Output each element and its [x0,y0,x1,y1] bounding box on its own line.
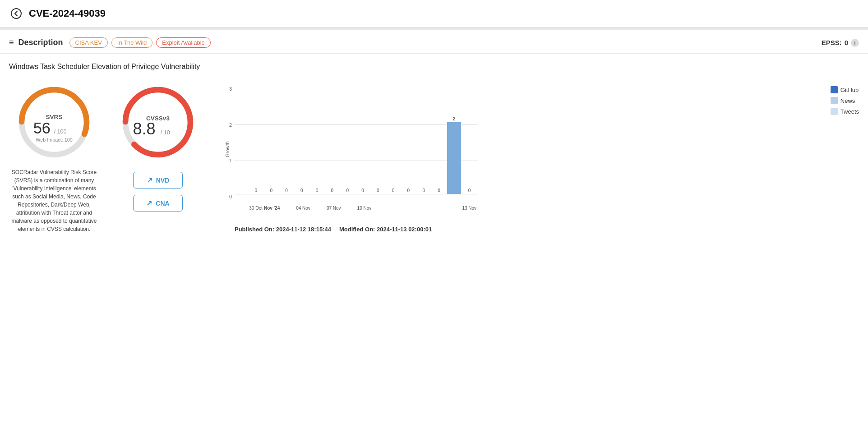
x-label [417,205,431,211]
description-icon: ≡ [9,38,14,47]
legend-tweets-box [831,108,838,115]
chart-plot: 3 2 1 [235,86,478,194]
bar-col: 0 [264,86,278,194]
nvd-external-icon: ↗ [147,176,152,184]
bar-value-label: 0 [438,188,440,193]
x-label [447,205,461,211]
bar-col: 0 [386,86,400,194]
x-label [373,205,386,211]
header: CVE-2024-49039 [0,0,868,28]
svrs-container: SVRS 56 / 100 Web Impact: 100 SOCRadar V… [9,82,99,233]
svrs-gauge-svg: SVRS 56 / 100 Web Impact: 100 [14,82,95,163]
x-label: 10 Nov [357,205,372,211]
bar-value-label: 0 [407,188,410,193]
badge-cisa-kev[interactable]: CISA KEV [69,37,108,48]
y-label-2: 2 [221,122,232,128]
bar-value-label: 2 [453,116,456,121]
epss-label-text: EPSS: [822,39,842,46]
cna-label: CNA [156,200,169,207]
x-label [432,205,446,211]
x-label [342,205,356,211]
x-label [402,205,416,211]
cna-external-icon: ↗ [146,199,152,207]
description-row: ≡ Description CISA KEV In The Wild Explo… [0,30,868,54]
bar-col: 0 [417,86,431,194]
scores-row: SVRS 56 / 100 Web Impact: 100 SOCRadar V… [9,82,859,233]
x-label [281,205,295,211]
back-button[interactable] [9,6,23,21]
chart-area: Growth 3 [217,82,859,233]
cvss-gauge-svg: CVSSv3 8.8 / 10 [117,82,199,163]
bar-value-label: 0 [270,188,272,193]
bar-col: 0 [310,86,324,194]
published-value: 2024-11-12 18:15:44 [276,226,331,233]
legend-tweets: Tweets [831,108,859,115]
bar-value-label: 0 [300,188,303,193]
bar-value-label: 0 [422,188,425,193]
y-label-1: 1 [221,158,232,163]
chart-section: Growth 3 [217,82,859,233]
bar-col: 2 [447,86,461,194]
y-label-0: 0 [221,194,232,199]
modified-label: Modified On: [339,226,375,233]
bar-col: 0 [341,86,355,194]
nvd-label: NVD [156,177,170,184]
svg-point-0 [11,9,21,18]
bar-value-label: 0 [377,188,379,193]
legend-github-box [831,86,838,93]
bar-value-label: 0 [255,188,258,193]
x-label: 04 Nov [296,205,310,211]
epss-info-icon[interactable]: i [851,39,859,47]
legend-github-label: GitHub [840,87,859,93]
chart-legend: GitHub News Tweets [831,82,859,115]
badge-in-the-wild[interactable]: In The Wild [111,37,153,48]
bars-container: 000000000000020 [247,86,478,194]
cna-button[interactable]: ↗ CNA [133,195,183,211]
link-buttons: ↗ NVD ↗ CNA [133,172,183,211]
legend-tweets-label: Tweets [840,108,859,115]
legend-github: GitHub [831,86,859,93]
badge-exploit-available[interactable]: Exploit Avaliable [156,37,210,48]
bar-col: 0 [295,86,309,194]
chart-wrapper: Growth 3 [217,82,822,233]
x-axis-labels: 30 OctNov '2404 Nov07 Nov10 Nov13 Nov [247,205,478,211]
bar-col: 0 [462,86,476,194]
page-title: CVE-2024-49039 [29,8,106,19]
bar-value-label: 0 [331,188,334,193]
x-label: Nov '24 [264,205,280,211]
epss-value: 0 [845,39,848,46]
cvss-section: CVSSv3 8.8 / 10 ↗ NVD ↗ CNA [117,82,199,211]
x-label: 07 Nov [327,205,341,211]
bar-col: 0 [280,86,294,194]
bar-col: 0 [356,86,370,194]
svg-text:8.8: 8.8 [133,119,156,138]
nvd-button[interactable]: ↗ NVD [133,172,183,188]
epss-section: EPSS: 0 i [822,39,859,47]
main-content: Windows Task Scheduler Elevation of Priv… [0,54,868,242]
bar-value-label: 0 [392,188,395,193]
bar-value-label: 0 [285,188,288,193]
svg-text:/ 100: / 100 [54,129,66,135]
svrs-description: SOCRadar Vulnerability Risk Score (SVRS)… [9,168,99,233]
bar-value-label: 0 [316,188,319,193]
x-label: 30 Oct [249,205,263,211]
legend-news-box [831,97,838,104]
legend-news: News [831,97,859,104]
bar-value-label: 0 [468,188,471,193]
modified-value: 2024-11-13 02:00:01 [377,226,432,233]
legend-news-label: News [840,97,855,104]
bar-col: 0 [402,86,416,194]
x-label [312,205,325,211]
published-label: Published On: [235,226,274,233]
svg-text:/ 10: / 10 [161,129,170,136]
published-row: Published On: 2024-11-12 18:15:44 Modifi… [217,226,822,233]
svg-text:56: 56 [33,119,51,137]
bar-col: 0 [432,86,446,194]
bar-col: 0 [371,86,385,194]
description-label: Description [18,38,63,47]
bar-value-label: 0 [361,188,364,193]
bar-col: 0 [249,86,263,194]
bar-value-label: 0 [346,188,349,193]
y-label-3: 3 [221,86,232,92]
x-label [388,205,401,211]
